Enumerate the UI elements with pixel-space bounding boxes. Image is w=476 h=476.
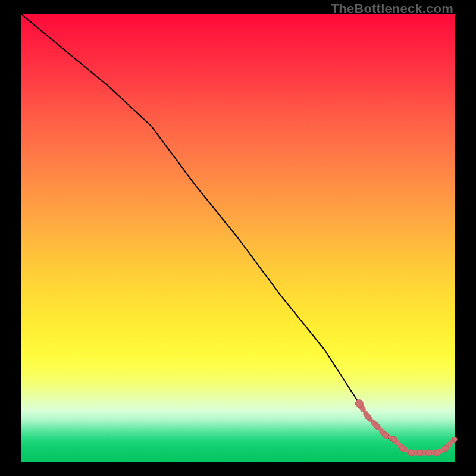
marker-dot <box>355 400 363 408</box>
plot-area <box>21 14 455 462</box>
marker-dot <box>383 432 389 438</box>
marker-dot <box>400 445 406 451</box>
marker-dot <box>443 445 449 451</box>
marker-dot <box>452 437 457 441</box>
chart-stage: TheBottleneck.com <box>0 0 476 476</box>
bottleneck-curve <box>21 14 455 453</box>
marker-dot <box>408 450 414 456</box>
curve-layer <box>21 14 455 462</box>
highlighted-markers <box>355 400 457 456</box>
marker-dot <box>425 450 431 456</box>
marker-dot <box>417 450 423 456</box>
marker-dot <box>365 414 371 420</box>
marker-dot <box>374 423 380 429</box>
marker-dot <box>391 436 397 442</box>
marker-dot <box>434 450 440 456</box>
marker-connector <box>359 403 455 453</box>
